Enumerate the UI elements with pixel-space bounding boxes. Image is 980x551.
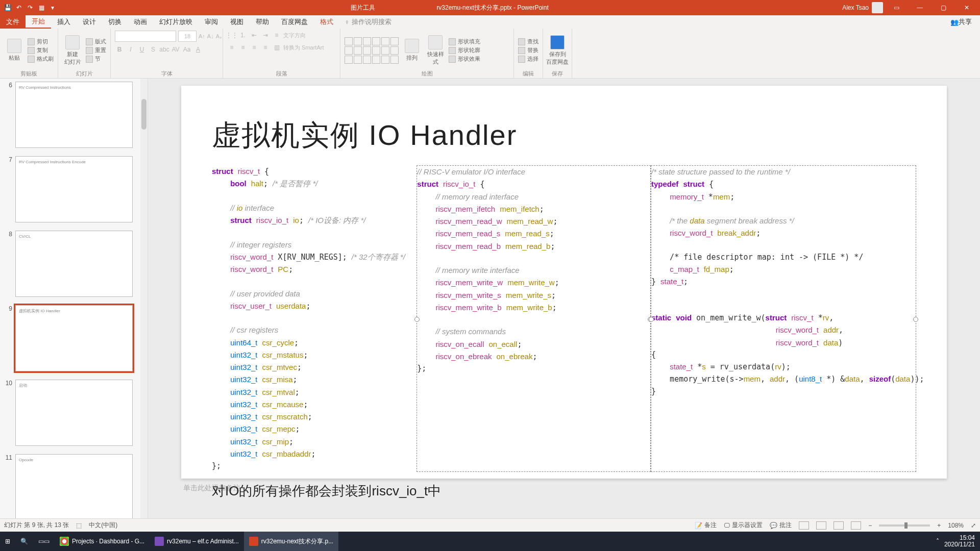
taskbar-search[interactable]: 🔍 <box>15 532 33 551</box>
code-block-riscv-io-t[interactable]: // RISC-V emulator I/O interface struct … <box>416 165 651 472</box>
layout-button[interactable]: 版式 <box>86 38 106 45</box>
tab-view[interactable]: 视图 <box>224 15 250 29</box>
underline-icon[interactable]: U <box>137 45 146 54</box>
notes-button[interactable]: 📝 备注 <box>695 521 717 530</box>
tab-review[interactable]: 审阅 <box>199 15 224 29</box>
clear-format-icon[interactable]: Aₓ <box>216 33 222 40</box>
decrease-font-icon[interactable]: A↓ <box>207 33 214 39</box>
maximize-button[interactable]: ▢ <box>933 1 953 14</box>
task-view-button[interactable]: ▭▭ <box>33 532 55 551</box>
bold-icon[interactable]: B <box>115 45 124 54</box>
shapes-gallery[interactable] <box>345 37 399 64</box>
close-button[interactable]: ✕ <box>957 1 977 14</box>
smartart-button[interactable]: 转换为 SmartArt <box>283 43 324 52</box>
spacing-icon[interactable]: AV <box>171 45 180 54</box>
thumb-scrollbar[interactable] <box>140 79 148 518</box>
share-button[interactable]: 👥 共享 <box>942 15 980 29</box>
slide-thumb-9[interactable]: 9虚拟机实例 IO Handler <box>4 305 138 371</box>
user-avatar[interactable] <box>872 2 883 13</box>
spellcheck-icon[interactable]: ⬚ <box>76 522 82 529</box>
reset-button[interactable]: 重置 <box>86 46 106 54</box>
comments-button[interactable]: 💬 批注 <box>770 521 792 530</box>
new-slide-button[interactable]: 新建 幻灯片 <box>62 35 83 66</box>
taskbar-chrome[interactable]: Projects · Dashboard - G... <box>55 532 150 551</box>
paste-button[interactable]: 粘贴 <box>4 39 24 62</box>
shadow-icon[interactable]: abc <box>160 45 169 54</box>
tab-slideshow[interactable]: 幻灯片放映 <box>153 15 199 29</box>
slide-thumb-7[interactable]: 7RV Compressed Instructions Encode <box>4 156 138 222</box>
save-icon[interactable]: 💾 <box>3 3 12 12</box>
slide-thumb-10[interactable]: 10启动 <box>4 380 138 446</box>
slide-canvas[interactable]: 虚拟机实例 IO Handler struct riscv_t { bool h… <box>181 86 947 479</box>
redo-icon[interactable]: ↷ <box>26 3 35 12</box>
cut-button[interactable]: 剪切 <box>28 38 54 45</box>
slideshow-qat-icon[interactable]: ▦ <box>37 3 46 12</box>
font-family-selector[interactable] <box>115 31 176 42</box>
display-settings-button[interactable]: 🖵 显示器设置 <box>724 521 763 530</box>
tab-format[interactable]: 格式 <box>314 15 339 29</box>
normal-view-button[interactable] <box>799 521 809 530</box>
fit-window-button[interactable]: ⤢ <box>971 522 976 529</box>
align-right-icon[interactable]: ≡ <box>250 43 259 52</box>
slide-footnote[interactable]: 对IO的所有操作都会封装到riscv_io_t中 <box>212 482 916 500</box>
arrange-button[interactable]: 排列 <box>402 39 422 62</box>
tab-file[interactable]: 文件 <box>0 15 26 29</box>
zoom-out-button[interactable]: − <box>868 522 872 529</box>
thumbnail-pane[interactable]: 6RV Compressed Instructions 7RV Compress… <box>0 79 148 518</box>
indent-inc-icon[interactable]: ⇥ <box>261 31 270 40</box>
format-painter-button[interactable]: 格式刷 <box>28 55 54 63</box>
save-baidu-button[interactable]: 保存到 百度网盘 <box>547 35 568 66</box>
language-status[interactable]: 中文(中国) <box>89 521 117 530</box>
columns-icon[interactable]: ▥ <box>272 43 281 52</box>
ribbon-options-icon[interactable]: ▭ <box>886 1 906 14</box>
slide-thumb-8[interactable]: 8CV/CL <box>4 231 138 297</box>
tab-baidu[interactable]: 百度网盘 <box>275 15 314 29</box>
code-block-state-t[interactable]: /* state structure passed to the runtime… <box>651 165 916 472</box>
bullets-icon[interactable]: ⋮⋮ <box>227 31 236 40</box>
tab-animations[interactable]: 动画 <box>128 15 153 29</box>
shape-fill-button[interactable]: 形状填充 <box>449 38 480 45</box>
sorter-view-button[interactable] <box>816 521 826 530</box>
tab-help[interactable]: 帮助 <box>250 15 275 29</box>
slide-thumb-6[interactable]: 6RV Compressed Instructions <box>4 82 138 148</box>
font-size-selector[interactable]: 18 <box>178 31 197 42</box>
tab-design[interactable]: 设计 <box>77 15 102 29</box>
tab-insert[interactable]: 插入 <box>51 15 77 29</box>
reading-view-button[interactable] <box>834 521 844 530</box>
find-button[interactable]: 查找 <box>518 38 538 45</box>
taskbar-powerpoint[interactable]: rv32emu-next技术分享.p... <box>244 532 338 551</box>
tellme-search[interactable]: ♀ 操作说明搜索 <box>345 15 391 29</box>
quick-styles-button[interactable]: 快速样式 <box>425 35 446 66</box>
qat-dropdown-icon[interactable]: ▾ <box>48 3 57 12</box>
taskbar-vs[interactable]: rv32emu – elf.c Administ... <box>150 532 244 551</box>
slideshow-view-button[interactable] <box>851 521 861 530</box>
replace-button[interactable]: 替换 <box>518 46 538 54</box>
tab-transitions[interactable]: 切换 <box>102 15 128 29</box>
case-icon[interactable]: Aa <box>182 45 191 54</box>
zoom-slider[interactable] <box>879 524 930 527</box>
tray-chevron-icon[interactable]: ˄ <box>936 538 939 545</box>
zoom-level[interactable]: 108% <box>948 522 964 529</box>
slide-title[interactable]: 虚拟机实例 IO Handler <box>212 116 916 155</box>
code-block-riscv-t[interactable]: struct riscv_t { bool halt; /* 是否暂停 */ /… <box>212 165 416 472</box>
tab-home[interactable]: 开始 <box>26 15 51 29</box>
user-name[interactable]: Alex Tsao <box>842 4 869 11</box>
textdir-button[interactable]: 文字方向 <box>283 31 306 40</box>
minimize-button[interactable]: — <box>910 1 930 14</box>
taskbar-clock[interactable]: 15:04 2020/11/21 <box>944 535 975 548</box>
justify-icon[interactable]: ≡ <box>261 43 270 52</box>
align-center-icon[interactable]: ≡ <box>238 43 248 52</box>
align-left-icon[interactable]: ≡ <box>227 43 236 52</box>
italic-icon[interactable]: I <box>126 45 135 54</box>
strike-icon[interactable]: S <box>149 45 158 54</box>
shape-outline-button[interactable]: 形状轮廓 <box>449 46 480 54</box>
numbering-icon[interactable]: 1. <box>238 31 248 40</box>
shape-effects-button[interactable]: 形状效果 <box>449 55 480 63</box>
font-color-icon[interactable]: A <box>193 45 203 54</box>
select-button[interactable]: 选择 <box>518 55 538 63</box>
linespacing-icon[interactable]: ≡ <box>272 31 281 40</box>
section-button[interactable]: 节 <box>86 55 106 63</box>
indent-dec-icon[interactable]: ⇤ <box>250 31 259 40</box>
slide-thumb-11[interactable]: 11Opcode <box>4 454 138 518</box>
start-button[interactable]: ⊞ <box>0 532 15 551</box>
